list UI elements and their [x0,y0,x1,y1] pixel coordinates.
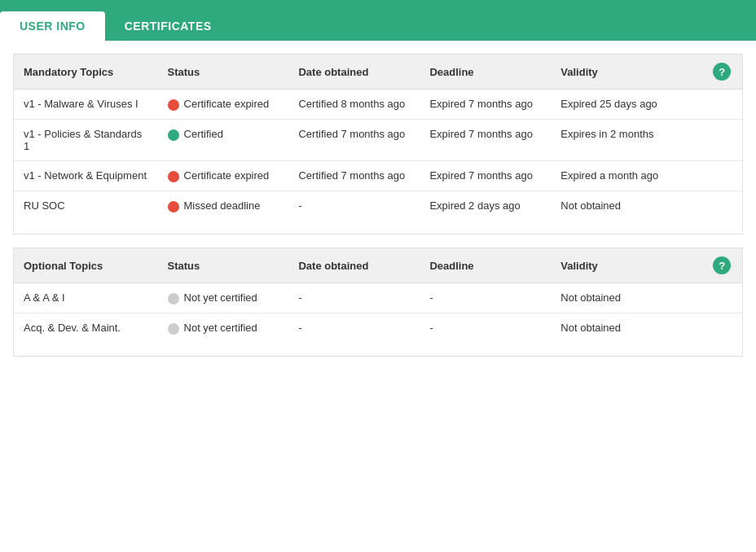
col-header-mandatory-help: ? [703,55,742,90]
mandatory-table-row: v1 - Malware & Viruses I Certificate exp… [14,90,742,120]
mandatory-help-cell [703,191,742,221]
mandatory-table-row: RU SOC Missed deadline - Expired 2 days … [14,191,742,221]
col-header-mandatory-topic: Mandatory Topics [14,55,158,90]
mandatory-help-cell [703,90,742,120]
mandatory-table-wrapper: Mandatory Topics Status Date obtained De… [13,54,743,234]
optional-topic-cell: Acq. & Dev. & Maint. [14,313,158,344]
status-text: Missed deadline [184,199,261,212]
mandatory-help-cell [703,120,742,161]
optional-deadline-cell: - [420,313,551,344]
col-header-optional-help: ? [703,248,742,283]
col-header-mandatory-deadline: Deadline [420,55,551,90]
optional-table-row: Acq. & Dev. & Maint. Not yet certified -… [14,313,742,344]
optional-help-cell [703,283,742,313]
mandatory-topic-cell: v1 - Malware & Viruses I [14,90,158,120]
mandatory-date-cell: - [288,191,420,221]
mandatory-status-cell: Certified [158,120,289,161]
mandatory-topic-cell: v1 - Policies & Standards 1 [14,120,158,161]
col-header-optional-topic: Optional Topics [14,248,158,283]
mandatory-deadline-cell: Expired 7 months ago [420,161,551,191]
status-text: Certificate expired [184,169,270,182]
mandatory-topic-cell: RU SOC [14,191,158,221]
mandatory-validity-cell: Expired a month ago [551,161,703,191]
mandatory-date-cell: Certified 8 months ago [288,90,420,120]
mandatory-validity-cell: Expires in 2 months [551,120,703,161]
tabs-bar: USER INFO CERTIFICATES [0,0,756,41]
optional-deadline-cell: - [420,283,551,313]
col-header-mandatory-status: Status [158,55,289,90]
col-header-mandatory-date: Date obtained [288,55,420,90]
app-container: USER INFO CERTIFICATES Mandatory Topics … [0,0,756,552]
mandatory-deadline-cell: Expired 2 days ago [420,191,551,221]
status-text: Certified [184,128,223,140]
mandatory-table-row: v1 - Policies & Standards 1 Certified Ce… [14,120,742,161]
mandatory-deadline-cell: Expired 7 months ago [420,120,551,161]
col-header-optional-date: Date obtained [288,248,420,283]
mandatory-validity-cell: Not obtained [551,191,703,221]
optional-validity-cell: Not obtained [551,313,703,344]
col-header-optional-validity: Validity [551,248,703,283]
optional-topic-cell: A & A & I [14,283,158,313]
mandatory-topic-cell: v1 - Network & Equipment [14,161,158,191]
content-area: Mandatory Topics Status Date obtained De… [0,41,756,370]
optional-table: Optional Topics Status Date obtained Dea… [14,248,742,343]
optional-help-cell [703,313,742,344]
col-header-mandatory-validity: Validity [551,55,703,90]
optional-date-cell: - [288,313,420,344]
mandatory-status-cell: Certificate expired [158,90,289,120]
status-text: Not yet certified [184,291,257,304]
tab-certificates[interactable]: CERTIFICATES [105,11,231,41]
status-dot [168,201,179,212]
mandatory-deadline-cell: Expired 7 months ago [420,90,551,120]
optional-status-cell: Not yet certified [158,283,289,313]
status-dot [168,323,179,335]
mandatory-table-row: v1 - Network & Equipment Certificate exp… [14,161,742,191]
mandatory-status-cell: Certificate expired [158,161,289,191]
optional-date-cell: - [288,283,420,313]
help-icon-optional[interactable]: ? [713,256,731,274]
optional-status-cell: Not yet certified [158,313,289,344]
status-dot [168,99,179,111]
mandatory-validity-cell: Expired 25 days ago [551,90,703,120]
help-icon-mandatory[interactable]: ? [713,63,731,81]
col-header-optional-deadline: Deadline [420,248,551,283]
optional-table-row: A & A & I Not yet certified - - Not obta… [14,283,742,313]
status-text: Certificate expired [184,98,270,110]
tab-user-info[interactable]: USER INFO [0,11,105,41]
mandatory-help-cell [703,161,742,191]
mandatory-status-cell: Missed deadline [158,191,289,221]
mandatory-table: Mandatory Topics Status Date obtained De… [14,55,742,221]
mandatory-date-cell: Certified 7 months ago [288,120,420,161]
mandatory-date-cell: Certified 7 months ago [288,161,420,191]
col-header-optional-status: Status [158,248,289,283]
status-dot [168,129,179,141]
status-dot [168,171,179,182]
status-text: Not yet certified [184,322,257,334]
optional-table-wrapper: Optional Topics Status Date obtained Dea… [13,248,743,357]
optional-validity-cell: Not obtained [551,283,703,313]
status-dot [168,293,179,304]
